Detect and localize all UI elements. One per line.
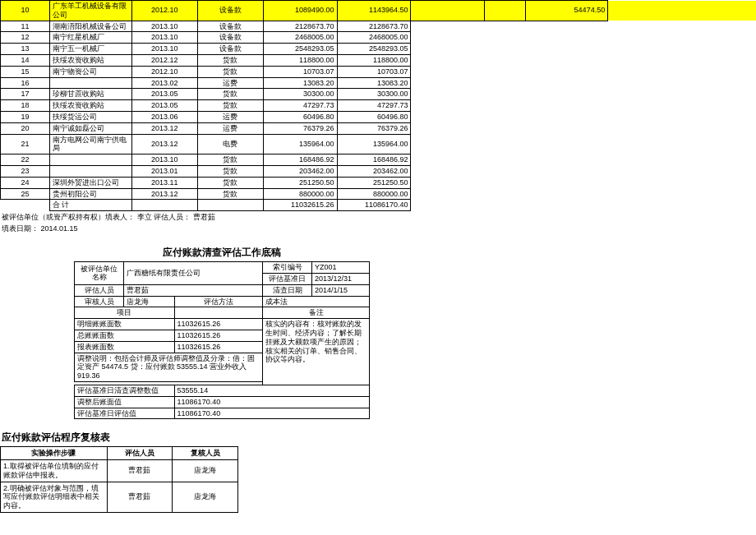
extra-4	[608, 89, 756, 100]
table-row: 12南宁红星机械厂2013.10设备款2468005.002468005.00	[1, 32, 756, 44]
extra-3	[526, 100, 608, 112]
date-value: 2013.12	[131, 134, 197, 155]
extra-4	[608, 54, 756, 66]
date-value: 2013.02	[131, 77, 197, 89]
amount-1: 203462.00	[263, 165, 337, 177]
row-index: 14	[1, 54, 50, 66]
ws-unit-value: 广西糖纸有限责任公司	[124, 262, 263, 285]
date-value: 2013.12	[131, 188, 197, 200]
extra-3	[526, 44, 608, 55]
type-value: 设备款	[197, 32, 263, 44]
amount-1: 118800.00	[263, 54, 337, 66]
extra-4	[608, 134, 756, 155]
extra-1	[411, 32, 485, 44]
ws-item-label: 总账账面数	[75, 330, 175, 341]
amount-2: 2128673.70	[337, 21, 411, 32]
amount-1: 30300.00	[263, 89, 337, 100]
company-name: 南方电网公司南宁供电局	[49, 134, 131, 155]
type-value: 货款	[197, 177, 263, 188]
extra-2	[485, 155, 526, 166]
type-value: 运费	[197, 122, 263, 134]
ws-item-label: 评估基准日评估值	[75, 408, 175, 419]
company-name: 南宁物资公司	[49, 66, 131, 77]
table-row: 18扶绥农资收购站2013.05货款47297.7347297.73	[1, 100, 756, 112]
amount-2: 118800.00	[337, 54, 411, 66]
ws-item-value: 11086170.40	[174, 396, 369, 408]
amount-2: 30300.00	[337, 89, 411, 100]
total-cell: 合 计	[49, 200, 131, 211]
company-name: 珍柳甘蔗收购站	[49, 89, 131, 100]
type-value: 货款	[197, 54, 263, 66]
total-cell	[608, 200, 756, 211]
ws-row: 评估基准日评估值 11086170.40	[75, 408, 370, 419]
extra-2	[485, 89, 526, 100]
review-step: 1.取得被评估单位填制的应付账款评估申报表。	[1, 460, 108, 482]
type-value: 货款	[197, 165, 263, 177]
amount-1: 2128673.70	[263, 21, 337, 32]
row-index: 24	[1, 177, 50, 188]
extra-3	[526, 122, 608, 134]
ws-method-label: 评估方法	[174, 296, 262, 307]
extra-4	[608, 177, 756, 188]
extra-3	[526, 66, 608, 77]
ws-row: 评估人员 曹君茹 清查日期 2014/1/15	[75, 284, 370, 296]
ws-method-value: 成本法	[263, 296, 370, 307]
extra-1	[411, 77, 485, 89]
extra-3	[526, 155, 608, 166]
type-value: 运费	[197, 111, 263, 122]
ws-checkdate-label: 清查日期	[263, 284, 312, 296]
company-name: 扶绥货运公司	[49, 111, 131, 122]
total-cell	[526, 200, 608, 211]
extra-3	[526, 111, 608, 122]
date-value: 2013.11	[131, 177, 197, 188]
table-row: 17珍柳甘蔗收购站2013.05货款30300.0030300.00	[1, 89, 756, 100]
worksheet-title: 应付账款清查评估工作底稿	[74, 246, 370, 260]
row-index: 19	[1, 111, 50, 122]
amount-1: 135964.00	[263, 134, 337, 155]
extra-3: 54474.50	[526, 1, 608, 21]
ws-index-value: YZ001	[312, 262, 370, 274]
amount-1: 1089490.00	[263, 1, 337, 21]
company-name	[49, 155, 131, 166]
type-value: 设备款	[197, 1, 263, 21]
review-checker: 唐龙海	[173, 460, 238, 482]
extra-1	[411, 188, 485, 200]
extra-1	[411, 44, 485, 55]
worksheet-section: 应付账款清查评估工作底稿 被评估单位名称 广西糖纸有限责任公司 索引编号 YZ0…	[74, 246, 370, 419]
amount-2: 1143964.50	[337, 1, 411, 21]
company-name: 贵州初阳公司	[49, 188, 131, 200]
ws-item-value: 11032615.26	[174, 319, 262, 330]
extra-4	[608, 100, 756, 112]
total-cell	[197, 200, 263, 211]
extra-3	[526, 21, 608, 32]
date-value: 2013.01	[131, 165, 197, 177]
ws-checkdate-value: 2014/1/15	[312, 284, 370, 296]
amount-1: 2548293.05	[263, 44, 337, 55]
ws-item-label: 明细账账面数	[75, 319, 175, 330]
extra-3	[526, 188, 608, 200]
extra-1	[411, 1, 485, 21]
type-value: 设备款	[197, 44, 263, 55]
amount-2: 10703.07	[337, 66, 411, 77]
review-section: 应付账款评估程序复核表 实验操作步骤 评估人员 复核人员 1.取得被评估单位填制…	[0, 431, 238, 513]
row-index: 18	[1, 100, 50, 112]
ws-item-label: 评估基准日清查调整数值	[75, 385, 175, 396]
company-name	[49, 165, 131, 177]
extra-3	[526, 134, 608, 155]
table-row: 232013.01货款203462.00203462.00	[1, 165, 756, 177]
ws-item-value: 11086170.40	[174, 408, 369, 419]
extra-1	[411, 165, 485, 177]
amount-2: 47297.73	[337, 100, 411, 112]
date-value: 2013.12	[131, 122, 197, 134]
ws-item-value: 53555.14	[174, 385, 369, 396]
row-index: 23	[1, 165, 50, 177]
company-name: 湖南浯阳机械设备公司	[49, 21, 131, 32]
worksheet-table: 被评估单位名称 广西糖纸有限责任公司 索引编号 YZ001 评估基准日 2013…	[74, 261, 370, 419]
row-index: 20	[1, 122, 50, 134]
amount-1: 10703.07	[263, 66, 337, 77]
extra-3	[526, 54, 608, 66]
extra-1	[411, 155, 485, 166]
review-evaluator-header: 评估人员	[107, 447, 173, 460]
extra-4	[608, 165, 756, 177]
company-name: 南宁红星机械厂	[49, 32, 131, 44]
